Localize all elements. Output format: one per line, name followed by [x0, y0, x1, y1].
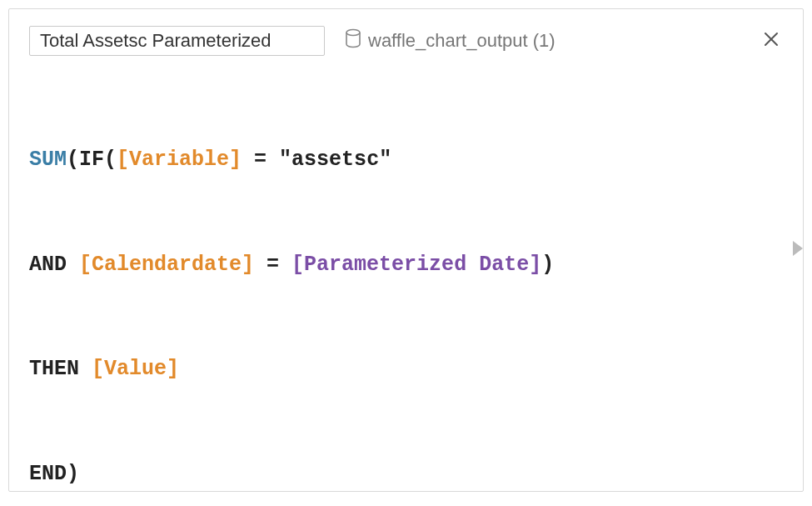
formula-line-4: END): [29, 461, 783, 488]
formula-line-3: THEN [Value]: [29, 356, 783, 383]
token-string: "assetsc": [279, 148, 391, 172]
token-keyword: IF: [79, 148, 104, 172]
svg-marker-3: [793, 241, 803, 256]
token-keyword: END: [29, 462, 67, 486]
close-button[interactable]: [760, 29, 783, 53]
expand-handle[interactable]: [791, 239, 805, 261]
token-field: [Variable]: [117, 148, 242, 172]
svg-point-0: [346, 30, 360, 36]
token-field: [Calendardate]: [79, 253, 254, 277]
formula-line-2: AND [Calendardate] = [Parameterized Date…: [29, 252, 783, 279]
token-parameter: [Parameterized Date]: [291, 253, 541, 277]
token-keyword: THEN: [29, 357, 79, 381]
dialog-header: waffle_chart_output (1): [9, 9, 803, 71]
token-field: [Value]: [92, 357, 179, 381]
datasource-indicator[interactable]: waffle_chart_output (1): [345, 28, 555, 53]
formula-editor[interactable]: SUM(IF([Variable] = "assetsc" AND [Calen…: [9, 71, 803, 506]
token-keyword: AND: [29, 253, 67, 277]
calculation-name-input[interactable]: [29, 26, 325, 56]
datasource-icon: [345, 28, 361, 53]
datasource-label: waffle_chart_output (1): [368, 30, 555, 52]
close-icon: [763, 31, 780, 51]
token-function: SUM: [29, 148, 67, 172]
calculated-field-dialog: waffle_chart_output (1) SUM(IF([Variable…: [8, 8, 804, 492]
chevron-right-icon: [791, 246, 805, 260]
formula-line-1: SUM(IF([Variable] = "assetsc": [29, 147, 783, 174]
